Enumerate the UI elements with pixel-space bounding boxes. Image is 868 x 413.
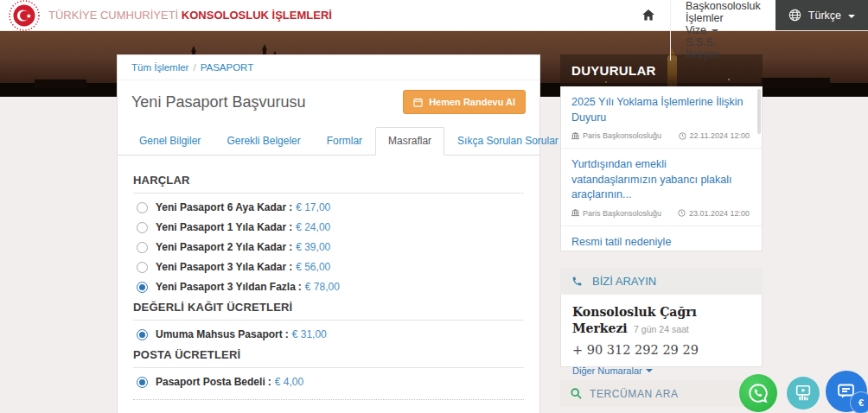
fee-option-row[interactable]: Yeni Pasaport 3 Yıldan Fazla : € 78,00 (137, 281, 524, 293)
announcement-office: Paris Başkonsolosluğu (583, 209, 661, 218)
nav-item-label: İletişim (686, 48, 719, 60)
announcement-item[interactable]: Yurtdışından emekli vatandaşlarımızın ya… (561, 149, 762, 226)
nav-item-label: Başkonsolosluk (686, 0, 761, 12)
tab-label: Masraflar (388, 135, 431, 147)
language-label: Türkçe (808, 10, 841, 22)
section-divider (133, 193, 524, 194)
radio-button[interactable] (137, 329, 148, 340)
language-selector[interactable]: Türkçe (775, 0, 868, 30)
fee-option-row[interactable]: Yeni Pasaport 3 Yıla Kadar : € 56,00 (137, 261, 524, 273)
fee-option-price: € 78,00 (305, 281, 340, 293)
announcements-list: 2025 Yılı Yoklama İşlemlerine İlişkin Du… (561, 86, 762, 251)
nav-item[interactable]: İletişim (670, 48, 775, 60)
sign-language-video-button[interactable] (787, 377, 820, 410)
fee-options-list: Yeni Pasaport 6 Aya Kadar : € 17,00 Yeni… (133, 201, 524, 293)
breadcrumb-root-link[interactable]: Tüm İşlemler (131, 62, 188, 73)
tab[interactable]: Sıkça Sorulan Sorular (444, 127, 571, 156)
call-us-body: Konsolosluk Çağrı Merkezi 7 gün 24 saat … (560, 295, 763, 367)
radio-button[interactable] (137, 222, 148, 233)
fee-option-label: Pasaport Posta Bedeli (156, 376, 265, 388)
radio-button[interactable] (137, 242, 148, 253)
nav-home-button[interactable] (627, 0, 670, 30)
fee-colon: : (289, 241, 292, 253)
tab[interactable]: Gerekli Belgeler (214, 127, 313, 156)
call-us-header: BİZİ ARAYIN (560, 268, 763, 295)
radio-button[interactable] (137, 262, 148, 273)
announcements-title: DUYURULAR (571, 63, 656, 78)
fee-section-degerli-kagit: DEĞERLİ KAĞIT ÜCRETLERİ Umuma Mahsus Pas… (133, 301, 524, 340)
globe-icon (788, 9, 801, 22)
fee-option-price: € 17,00 (296, 201, 330, 213)
tab[interactable]: Masraflar (375, 127, 444, 156)
fee-option-row[interactable]: Yeni Pasaport 6 Aya Kadar : € 17,00 (137, 201, 524, 213)
whatsapp-button[interactable] (739, 374, 777, 412)
other-numbers-link[interactable]: Diğer Numaralar (572, 365, 750, 376)
nav-item[interactable]: İşlemler (670, 12, 775, 24)
call-us-title: BİZİ ARAYIN (592, 275, 656, 288)
radio-button[interactable] (137, 202, 148, 213)
building-silhouette (35, 79, 86, 88)
chevron-down-icon (712, 29, 718, 33)
tab-bar: Genel Bilgiler Gerekli Belgeler Formlar … (118, 126, 539, 156)
tab-label: Sıkça Sorulan Sorular (457, 135, 558, 147)
fee-option-label: Umuma Mahsus Pasaport (156, 328, 283, 340)
tab-label: Genel Bilgiler (139, 135, 201, 147)
fee-option-price: € 39,00 (296, 241, 330, 253)
fee-section-harclar: HARÇLAR Yeni Pasaport 6 Aya Kadar : € 17… (133, 174, 524, 293)
radio-button[interactable] (137, 282, 148, 293)
nav-item[interactable]: Vize (670, 24, 775, 36)
nav-item[interactable]: Başkonsolosluk (670, 0, 775, 12)
announcement-meta: Paris Başkonsolosluğu 23.01.2024 12:00 (571, 209, 750, 218)
fee-option-price: € 4,00 (275, 376, 303, 388)
fee-option-row[interactable]: Umuma Mahsus Pasaport : € 31,00 (137, 328, 524, 340)
fee-section-posta: POSTA ÜCRETLERİ Pasaport Posta Bedeli : … (133, 348, 524, 388)
chevron-down-icon (646, 369, 653, 372)
main-content-panel: Tüm İşlemler/PASAPORT Yeni Pasaport Başv… (117, 54, 540, 413)
fee-option-row[interactable]: Yeni Pasaport 1 Yıla Kadar : € 24,00 (137, 221, 524, 233)
announcements-scrollbar[interactable] (757, 89, 761, 134)
whatsapp-icon (747, 382, 769, 404)
nav-item[interactable]: S.S.S. (670, 36, 775, 48)
radio-button[interactable] (137, 377, 148, 388)
fee-option-label: Yeni Pasaport 1 Yıla Kadar (156, 221, 286, 233)
home-icon (642, 10, 654, 21)
fee-colon: : (268, 376, 271, 388)
fee-option-row[interactable]: Yeni Pasaport 2 Yıla Kadar : € 39,00 (137, 241, 524, 253)
breadcrumb-current-link[interactable]: PASAPORT (201, 62, 254, 73)
clock-icon (679, 132, 686, 140)
top-nav: Başkonsolosluk İşlemler Vize S.S.S. (627, 0, 868, 30)
fee-option-price: € 31,00 (292, 328, 327, 340)
section-title: HARÇLAR (133, 174, 524, 187)
tab-label: Gerekli Belgeler (227, 135, 300, 147)
fee-colon: : (285, 328, 289, 340)
euro-coin-icon: € (858, 397, 864, 408)
tab[interactable]: Formlar (314, 127, 375, 156)
announcement-item[interactable]: 2025 Yılı Yoklama İşlemlerine İlişkin Du… (561, 86, 762, 149)
announcement-date: 23.01.2024 12:00 (689, 209, 750, 218)
fee-option-row[interactable]: Pasaport Posta Bedeli : € 4,00 (137, 376, 524, 388)
fee-option-label: Yeni Pasaport 2 Yıla Kadar (156, 241, 286, 253)
brand-bold: KONSOLOSLUK İŞLEMLERİ (182, 9, 332, 22)
chevron-down-icon (848, 15, 855, 18)
announcement-date: 22.11.2024 12:00 (690, 131, 750, 140)
building-silhouette (761, 78, 830, 88)
appointment-button-label: Hemen Randevu Al (429, 97, 515, 107)
tab[interactable]: Genel Bilgiler (126, 127, 214, 156)
translator-search-bar[interactable]: TERCÜMAN ARA (560, 380, 763, 407)
fee-options-list: Umuma Mahsus Pasaport : € 31,00 (133, 328, 524, 340)
fee-option-price: € 24,00 (296, 221, 330, 233)
sign-language-video-icon (794, 384, 813, 403)
fees-tab-content: HARÇLAR Yeni Pasaport 6 Aya Kadar : € 17… (118, 156, 539, 413)
total-cost-row: Toplam Masraf : € 113.00 (133, 400, 524, 413)
currency-button[interactable]: € (850, 391, 868, 413)
announcement-item[interactable]: Resmi tatil nedeniyle Başkonsolosluğumuz… (561, 226, 762, 252)
appointment-button[interactable]: Hemen Randevu Al (403, 90, 526, 114)
announcement-title: Resmi tatil nedeniyle Başkonsolosluğumuz… (571, 235, 750, 252)
fee-option-label: Yeni Pasaport 3 Yıldan Fazla (156, 281, 296, 293)
breadcrumb: Tüm İşlemler/PASAPORT (118, 55, 539, 80)
announcement-office: Paris Başkonsolosluğu (583, 131, 661, 140)
top-header: TÜRKİYE CUMHURİYETİ KONSOLOSLUK İŞLEMLER… (0, 0, 868, 31)
tab-label: Formlar (327, 135, 362, 147)
section-title: POSTA ÜCRETLERİ (133, 348, 524, 361)
announcement-title: Yurtdışından emekli vatandaşlarımızın ya… (571, 157, 750, 203)
